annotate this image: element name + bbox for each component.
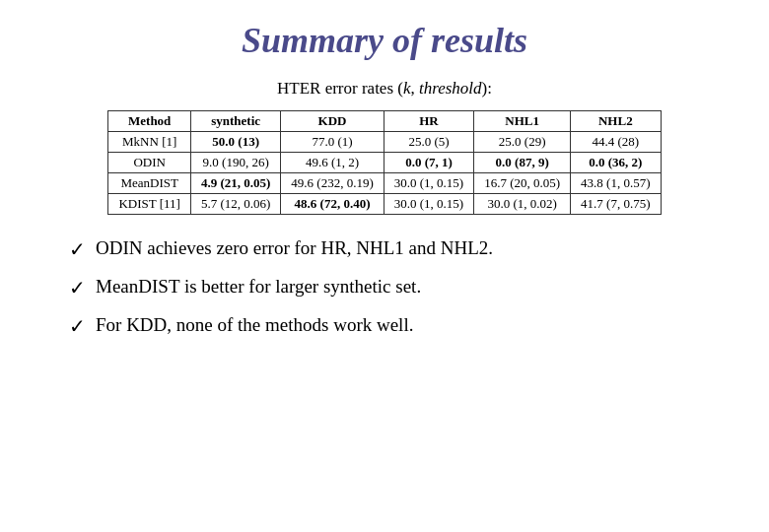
checkmark-icon: ✓ (69, 276, 86, 299)
table-row: ODIN9.0 (190, 26)49.6 (1, 2)0.0 (7, 1)0.… (108, 153, 661, 173)
table-cell: 43.8 (1, 0.57) (571, 173, 661, 194)
table-cell: 50.0 (13) (190, 132, 280, 153)
subtitle-threshold: threshold (419, 79, 482, 98)
table-cell: 41.7 (7, 0.75) (571, 194, 661, 215)
table-cell: 0.0 (87, 9) (474, 153, 571, 173)
table-cell: 5.7 (12, 0.06) (190, 194, 280, 215)
checkmark-icon: ✓ (69, 237, 86, 261)
table-row: MeanDIST4.9 (21, 0.05)49.6 (232, 0.19)30… (108, 173, 661, 194)
table-cell: MkNN [1] (108, 132, 190, 153)
bullet-text: For KDD, none of the methods work well. (96, 313, 413, 338)
table-cell: 77.0 (1) (281, 132, 384, 153)
bullet-item: ✓ODIN achieves zero error for HR, NHL1 a… (69, 236, 730, 261)
table-cell: 9.0 (190, 26) (190, 153, 280, 173)
table-cell: ODIN (108, 153, 190, 173)
table-cell: KDIST [11] (108, 194, 190, 215)
subtitle-post: ): (482, 79, 492, 98)
table-row: MkNN [1]50.0 (13)77.0 (1)25.0 (5)25.0 (2… (108, 132, 661, 153)
col-header-nhl2: NHL2 (571, 111, 661, 132)
bullet-text: MeanDIST is better for larger synthetic … (96, 275, 421, 299)
col-header-hr: HR (384, 111, 473, 132)
col-header-synthetic: synthetic (190, 111, 280, 132)
col-header-nhl1: NHL1 (474, 111, 571, 132)
col-header-method: Method (108, 111, 190, 132)
table-cell: 49.6 (232, 0.19) (281, 173, 384, 194)
table-cell: 30.0 (1, 0.15) (384, 194, 473, 215)
table-cell: 16.7 (20, 0.05) (474, 173, 571, 194)
table-cell: MeanDIST (108, 173, 190, 194)
table-cell: 4.9 (21, 0.05) (190, 173, 280, 194)
bullet-text: ODIN achieves zero error for HR, NHL1 an… (96, 236, 493, 261)
table-cell: 25.0 (29) (474, 132, 571, 153)
table-cell: 25.0 (5) (384, 132, 473, 153)
bullet-item: ✓MeanDIST is better for larger synthetic… (69, 275, 730, 299)
results-table: Method synthetic KDD HR NHL1 NHL2 MkNN [… (107, 110, 661, 215)
table-row: KDIST [11]5.7 (12, 0.06)48.6 (72, 0.40)3… (108, 194, 661, 215)
table-cell: 49.6 (1, 2) (281, 153, 384, 173)
table-cell: 44.4 (28) (571, 132, 661, 153)
table-cell: 30.0 (1, 0.15) (384, 173, 473, 194)
checkmark-icon: ✓ (69, 314, 86, 338)
table-cell: 30.0 (1, 0.02) (474, 194, 571, 215)
subtitle-comma: , (410, 79, 419, 98)
table-cell: 0.0 (7, 1) (384, 153, 473, 173)
table-subtitle: HTER error rates (k, threshold): (277, 79, 492, 99)
bullet-section: ✓ODIN achieves zero error for HR, NHL1 a… (39, 236, 730, 338)
table-cell: 0.0 (36, 2) (571, 153, 661, 173)
col-header-kdd: KDD (281, 111, 384, 132)
page-title: Summary of results (242, 20, 527, 61)
bullet-item: ✓For KDD, none of the methods work well. (69, 313, 730, 338)
subtitle-pre: HTER error rates ( (277, 79, 403, 98)
table-cell: 48.6 (72, 0.40) (281, 194, 384, 215)
